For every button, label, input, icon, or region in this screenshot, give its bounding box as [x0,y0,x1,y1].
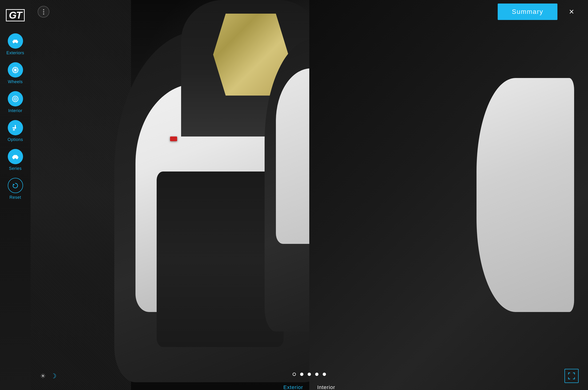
moon-icon[interactable]: ☽ [51,372,57,380]
view-tabs: Exterior Interior [276,383,342,390]
svg-line-10 [13,68,15,69]
interior-label: Interior [8,108,22,113]
sidebar-item-options[interactable]: Options [0,117,31,145]
svg-rect-24 [14,155,17,156]
wheels-icon [11,66,19,74]
exteriors-icon [11,37,19,45]
close-button[interactable]: × [565,5,579,19]
reset-label: Reset [9,195,21,200]
brightness-icon[interactable]: ☀ [40,372,46,380]
svg-rect-1 [13,40,17,41]
view-dots [293,373,326,376]
svg-point-5 [14,69,16,71]
seatbelt-clip [170,137,177,141]
sidebar: GT Exteriors [0,0,31,390]
svg-point-23 [16,157,18,159]
wheels-circle [8,62,23,78]
sidebar-item-exteriors[interactable]: Exteriors [0,31,31,58]
fullscreen-button[interactable] [565,369,579,383]
series-label: Series [9,166,22,171]
logo-area: GT [0,5,31,26]
reset-circle [8,178,23,193]
view-dot-3[interactable] [308,373,311,376]
interior-icon [11,95,19,103]
options-icon [11,124,19,132]
sidebar-item-series[interactable]: Series [0,146,31,174]
wheels-label: Wheels [8,79,23,84]
svg-marker-25 [13,184,15,186]
svg-line-12 [16,68,17,69]
svg-rect-18 [15,125,16,129]
interior-circle [8,91,23,106]
svg-point-22 [13,157,15,159]
svg-rect-19 [13,129,15,131]
summary-button[interactable]: Summary [498,3,557,20]
tab-exterior[interactable]: Exterior [276,383,310,390]
close-icon: × [569,7,574,16]
sidebar-item-wheels[interactable]: Wheels [0,59,31,87]
brightness-controls: ☀ ☽ [40,372,57,380]
tab-interior[interactable]: Interior [310,383,342,390]
header: Summary × [31,0,588,23]
main-view [31,0,588,390]
options-circle [8,120,23,135]
svg-point-16 [15,98,16,99]
exteriors-circle [8,33,23,49]
reset-icon [11,182,19,189]
nav-items: Exteriors Wheels [0,28,31,390]
fullscreen-icon [568,372,575,379]
gt-logo: GT [6,9,25,21]
options-label: Options [7,137,23,142]
sidebar-item-interior[interactable]: Interior [0,88,31,116]
view-dot-2[interactable] [300,373,303,376]
series-circle [8,149,23,164]
dashboard [309,0,588,390]
interior-scene [31,0,588,390]
bottom-bar: ☀ ☽ Exterior Interior [31,362,588,390]
sidebar-item-reset[interactable]: Reset [0,175,31,203]
svg-line-11 [16,71,17,72]
view-dot-1[interactable] [293,373,296,376]
svg-point-2 [13,42,14,43]
view-dot-5[interactable] [323,373,326,376]
exteriors-label: Exteriors [6,50,24,55]
view-dot-4[interactable] [315,373,318,376]
series-icon [11,153,19,160]
svg-line-13 [13,71,15,72]
svg-point-3 [16,42,18,43]
